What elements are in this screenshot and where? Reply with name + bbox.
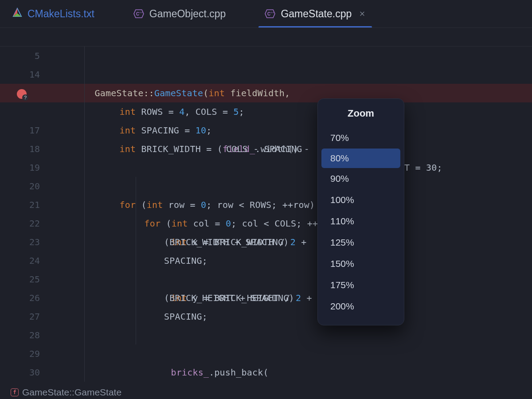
code-line: 26 SPACING;	[0, 270, 532, 289]
code-line: 23 SPACING;	[0, 214, 532, 233]
zoom-option-110[interactable]: 110%	[318, 211, 404, 232]
code-line: 19 for (int row = 0; row < ROWS; ++row)	[0, 140, 532, 158]
zoom-option-175[interactable]: 175%	[318, 274, 404, 296]
tab-label: CMakeLists.txt	[27, 8, 94, 20]
close-icon[interactable]	[359, 10, 366, 17]
zoom-option-70[interactable]: 70%	[318, 127, 404, 149]
tab-cmakelists[interactable]: CMakeLists.txt	[6, 0, 101, 27]
zoom-option-90[interactable]: 90%	[318, 168, 404, 189]
breakpoint-conditional-icon[interactable]	[17, 89, 27, 99]
code-line: 31 }	[0, 363, 532, 382]
zoom-option-150[interactable]: 150%	[318, 253, 404, 274]
zoom-popup: Zoom 70% 80% 90% 100% 110% 125% 150% 175…	[317, 98, 404, 325]
zoom-option-100[interactable]: 100%	[318, 189, 404, 211]
tab-bar: CMakeLists.txt C++ GameObject.cpp C++ Ga…	[0, 0, 532, 27]
function-icon: f	[11, 388, 19, 396]
zoom-option-200[interactable]: 200%	[318, 296, 404, 317]
code-line: 30 }	[0, 344, 532, 363]
zoom-title: Zoom	[318, 108, 404, 119]
tab-gamestate[interactable]: C++ GameState.cpp	[258, 0, 372, 27]
cpp-icon: C++	[133, 8, 144, 19]
tab-label: GameObject.cpp	[149, 8, 226, 20]
code-line: 28 bricks_.push_back(	[0, 307, 532, 326]
code-line: 21 int x = BRICK_WIDTH / 2 +	[0, 177, 532, 196]
code-line: 27	[0, 289, 532, 307]
zoom-option-125[interactable]: 125%	[318, 232, 404, 253]
tab-gameobject[interactable]: C++ GameObject.cpp	[127, 0, 232, 27]
code-line: 18	[0, 121, 532, 140]
zoom-option-80[interactable]: 80%	[321, 149, 400, 168]
code-line: 20 for (int col = 0; col < COLS; ++	[0, 158, 532, 177]
code-line: 22 (BRICK_WIDTH + SPACING)	[0, 196, 532, 214]
code-line: 24 int y = BRICK_HEIGHT / 2 +	[0, 233, 532, 251]
code-line: 29 Brick( pos: QPointF( xpos: x, ypos: y…	[0, 326, 532, 344]
breadcrumb-label: GameState::GameState	[22, 386, 121, 399]
code-line: 14 int ROWS = 4, COLS = 5;	[0, 47, 532, 65]
editor[interactable]: 5 GameState::GameState(int fieldWidth, 1…	[0, 27, 532, 390]
breadcrumb[interactable]: f GameState::GameState	[11, 386, 532, 399]
code-line: 25 (BRICK_HEIGHT + SPACING)	[0, 251, 532, 270]
tab-label: GameState.cpp	[281, 8, 352, 20]
cmake-icon	[12, 8, 22, 20]
svg-text:++: ++	[270, 11, 274, 14]
svg-text:++: ++	[139, 11, 143, 14]
cpp-icon: C++	[265, 8, 275, 19]
sticky-scope-line: 5 GameState::GameState(int fieldWidth,	[0, 28, 532, 47]
